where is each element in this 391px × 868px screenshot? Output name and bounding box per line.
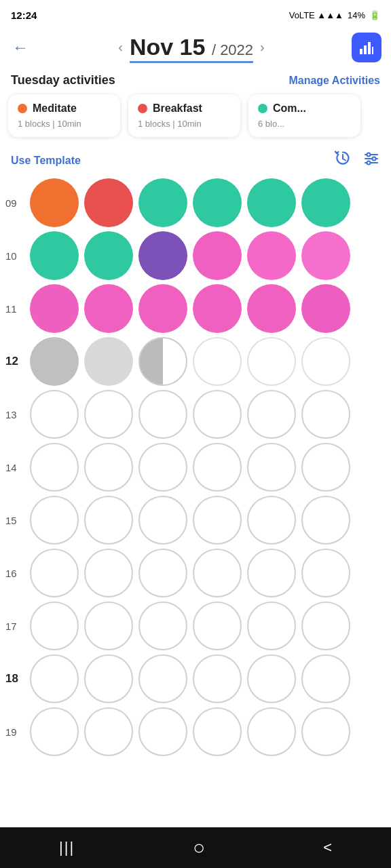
circle[interactable] xyxy=(84,231,133,280)
circle[interactable] xyxy=(193,337,242,386)
circle[interactable] xyxy=(193,443,242,492)
circle[interactable] xyxy=(247,178,296,227)
manage-activities-button[interactable]: Manage Activities xyxy=(288,75,380,87)
chart-button[interactable] xyxy=(352,33,381,62)
circle[interactable] xyxy=(301,654,350,703)
circle[interactable] xyxy=(247,549,296,597)
circle[interactable] xyxy=(84,390,133,439)
history-icon[interactable] xyxy=(334,149,352,172)
circle[interactable] xyxy=(138,390,187,439)
circle[interactable] xyxy=(247,337,296,386)
circle[interactable] xyxy=(193,284,242,333)
back-button[interactable]: ← xyxy=(10,35,31,60)
activity-grid: 0910111213141516171819 xyxy=(0,178,391,814)
circle[interactable] xyxy=(301,549,350,597)
circle[interactable] xyxy=(138,707,187,756)
circles-group xyxy=(30,178,386,227)
grid-row: 15 xyxy=(5,496,386,545)
circle[interactable] xyxy=(84,284,133,333)
circle[interactable] xyxy=(30,390,79,439)
circles-group xyxy=(30,654,386,703)
home-button[interactable]: ○ xyxy=(179,831,219,865)
circle[interactable] xyxy=(247,654,296,703)
circle[interactable] xyxy=(247,496,296,545)
circle[interactable] xyxy=(84,443,133,492)
circle[interactable] xyxy=(84,496,133,545)
circle[interactable] xyxy=(30,284,79,333)
circle[interactable] xyxy=(30,707,79,756)
circle[interactable] xyxy=(30,601,79,650)
circle[interactable] xyxy=(30,549,79,597)
circle[interactable] xyxy=(247,707,296,756)
circle[interactable] xyxy=(138,178,187,227)
row-label: 11 xyxy=(5,303,30,315)
circle[interactable] xyxy=(301,601,350,650)
circle[interactable] xyxy=(301,231,350,280)
circle[interactable] xyxy=(84,337,133,386)
circle[interactable] xyxy=(301,178,350,227)
activity-meta: 1 blocks | 10min xyxy=(18,119,111,129)
activity-card[interactable]: Com... 6 blo... xyxy=(248,94,360,137)
grid-row: 10 xyxy=(5,231,386,280)
circle[interactable] xyxy=(30,496,79,545)
circle[interactable] xyxy=(30,654,79,703)
circle[interactable] xyxy=(193,601,242,650)
circle[interactable] xyxy=(301,443,350,492)
grid-row: 09 xyxy=(5,178,386,227)
next-date-button[interactable]: › xyxy=(257,37,267,58)
template-row: Use Template xyxy=(0,144,391,178)
circle[interactable] xyxy=(84,178,133,227)
circle[interactable] xyxy=(193,178,242,227)
circle[interactable] xyxy=(193,496,242,545)
circle[interactable] xyxy=(138,654,187,703)
row-label: 15 xyxy=(5,515,30,526)
circle[interactable] xyxy=(301,707,350,756)
activity-card[interactable]: Breakfast 1 blocks | 10min xyxy=(128,94,240,137)
circle[interactable] xyxy=(247,284,296,333)
circle[interactable] xyxy=(138,337,187,386)
grid-row: 13 xyxy=(5,390,386,439)
row-label: 16 xyxy=(5,568,30,579)
circles-group xyxy=(30,284,386,333)
activity-card[interactable]: Meditate 1 blocks | 10min xyxy=(8,94,120,137)
section-header: Tuesday activities Manage Activities xyxy=(0,68,391,92)
circle[interactable] xyxy=(84,549,133,597)
circle[interactable] xyxy=(193,549,242,597)
circle[interactable] xyxy=(138,496,187,545)
circle[interactable] xyxy=(193,654,242,703)
activity-dot xyxy=(138,104,147,113)
circle[interactable] xyxy=(138,601,187,650)
circle[interactable] xyxy=(84,654,133,703)
circle[interactable] xyxy=(301,496,350,545)
circle[interactable] xyxy=(30,231,79,280)
circle[interactable] xyxy=(30,443,79,492)
circle[interactable] xyxy=(84,601,133,650)
circle[interactable] xyxy=(30,337,79,386)
circle[interactable] xyxy=(247,443,296,492)
row-label: 14 xyxy=(5,462,30,473)
circle[interactable] xyxy=(301,284,350,333)
circle[interactable] xyxy=(193,231,242,280)
section-title: Tuesday activities xyxy=(11,73,115,87)
circle[interactable] xyxy=(193,390,242,439)
circle[interactable] xyxy=(247,601,296,650)
circle[interactable] xyxy=(30,178,79,227)
circle[interactable] xyxy=(193,707,242,756)
circle[interactable] xyxy=(138,549,187,597)
menu-button[interactable]: ||| xyxy=(45,833,88,862)
prev-date-button[interactable]: ‹ xyxy=(115,37,126,58)
circle[interactable] xyxy=(247,231,296,280)
circle[interactable] xyxy=(84,707,133,756)
circle[interactable] xyxy=(138,284,187,333)
date-main: Nov 15 / 2022 xyxy=(130,34,253,63)
circle[interactable] xyxy=(301,390,350,439)
circle[interactable] xyxy=(301,337,350,386)
back-nav-button[interactable]: < xyxy=(310,833,346,862)
use-template-button[interactable]: Use Template xyxy=(11,155,81,167)
circle[interactable] xyxy=(138,231,187,280)
grid-row: 14 xyxy=(5,443,386,492)
adjust-icon[interactable] xyxy=(362,150,380,172)
circle[interactable] xyxy=(138,443,187,492)
svg-rect-3 xyxy=(372,47,373,54)
circle[interactable] xyxy=(247,390,296,439)
